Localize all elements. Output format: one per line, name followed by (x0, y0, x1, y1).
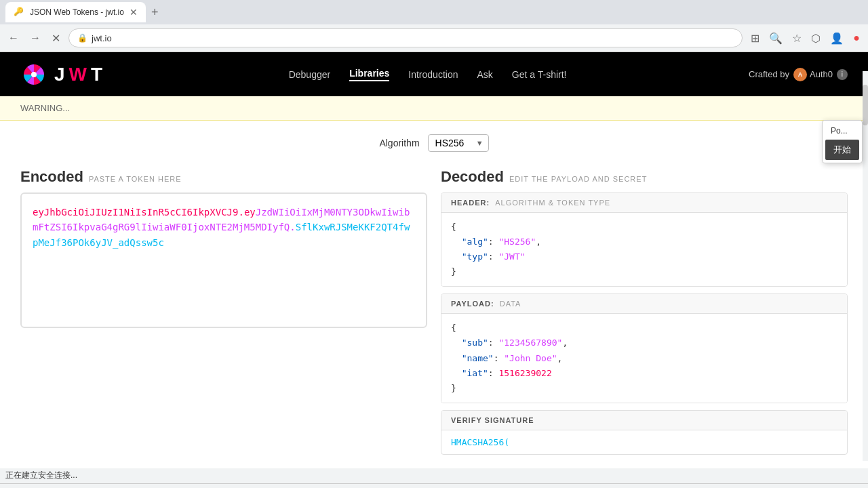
popup-overlay: Po... 开始 (822, 120, 863, 163)
browser-chrome: 🔑 JSON Web Tokens - jwt.io ✕ + ← → ✕ 🔒 j… (0, 0, 868, 52)
payload-iat-line: "iat": 1516239022 (451, 366, 837, 381)
forward-btn[interactable]: → (27, 29, 43, 47)
algorithm-row: Algorithm HS256 HS384 HS512 RS256 ▼ (20, 134, 848, 152)
nav-tshirt[interactable]: Get a T-shirt! (512, 69, 567, 80)
payload-json-open: { (451, 321, 837, 336)
payload-section: PAYLOAD: DATA { "sub": "1234567890", "na… (441, 293, 848, 403)
header-section-header: HEADER: ALGORITHM & TOKEN TYPE (441, 193, 847, 213)
active-tab[interactable]: 🔑 JSON Web Tokens - jwt.io ✕ (5, 2, 146, 22)
svg-point-1 (31, 72, 37, 77)
token-dot2: . (290, 222, 295, 232)
nav-debugger[interactable]: Debugger (289, 69, 331, 80)
decoded-panel: Decoded EDIT THE PAYLOAD AND SECRET HEAD… (441, 168, 848, 455)
verify-header: VERIFY SIGNATURE (441, 411, 847, 430)
main-content: Algorithm HS256 HS384 HS512 RS256 ▼ Enco… (0, 121, 868, 468)
tab-close-btn[interactable]: ✕ (130, 7, 138, 18)
translate-icon[interactable]: ⊞ (748, 29, 762, 47)
status-text: 正在建立安全连接... (5, 470, 77, 481)
header-label: HEADER: (451, 199, 490, 207)
decoded-title: Decoded (441, 168, 504, 186)
address-bar: ← → ✕ 🔒 jwt.io ⊞ 🔍 ☆ ⬡ 👤 ● (0, 24, 868, 52)
tab-bar: 🔑 JSON Web Tokens - jwt.io ✕ + (0, 0, 868, 24)
auth0-logo: A Auth0 (793, 68, 833, 81)
extensions-icon[interactable]: ⬡ (808, 29, 823, 47)
auth0-badge-icon: A (793, 68, 807, 81)
verify-content: HMACSHA256( (451, 437, 509, 447)
warning-banner: WARNING... (0, 96, 868, 121)
page-content: Po... 开始 JWT Debugger Libraries (0, 52, 868, 468)
status-bar: 正在建立安全连接... (0, 468, 868, 483)
nav-ask[interactable]: Ask (477, 69, 492, 80)
payload-name-line: "name": "John Doe", (451, 351, 837, 366)
back-btn[interactable]: ← (5, 29, 22, 47)
encoded-panel-header: Encoded PASTE A TOKEN HERE (20, 168, 427, 186)
info-icon[interactable]: i (837, 69, 848, 80)
payload-json-close: } (451, 381, 837, 396)
address-input[interactable]: 🔒 jwt.io (68, 28, 743, 47)
logo-text: JWT (54, 64, 106, 85)
payload-sublabel: DATA (500, 300, 521, 308)
token-area[interactable]: eyJhbGciOiJIUzI1NiIsInR5cCI6IkpXVCJ9.eyJ… (20, 192, 427, 328)
decoded-subtitle: EDIT THE PAYLOAD AND SECRET (509, 175, 647, 183)
header-typ-line: "typ": "JWT" (451, 249, 837, 264)
encoded-title: Encoded (20, 168, 83, 186)
jwt-logo-icon (20, 61, 47, 88)
nav-introduction[interactable]: Introduction (408, 69, 458, 80)
token-dot1: . (238, 207, 243, 218)
new-tab-btn[interactable]: + (149, 3, 161, 22)
security-icon: 🔒 (77, 33, 87, 43)
tab-favicon: 🔑 (14, 7, 24, 18)
search-icon[interactable]: 🔍 (766, 29, 785, 47)
right-scrollbar[interactable] (863, 71, 868, 461)
download-bar: 🖼 f1673221-efb4-4....jpg ∧ 全部显示 ✕ (0, 483, 868, 488)
scrollbar-thumb[interactable] (863, 85, 868, 125)
algorithm-select-wrapper: HS256 HS384 HS512 RS256 ▼ (428, 134, 489, 152)
warning-text: WARNING... (20, 103, 70, 113)
popup-text: Po... (825, 123, 859, 138)
verify-section: VERIFY SIGNATURE HMACSHA256( (441, 410, 848, 455)
algorithm-select[interactable]: HS256 HS384 HS512 RS256 (428, 134, 489, 152)
url-text: jwt.io (92, 33, 112, 43)
token-part1b: ey (244, 207, 256, 218)
algorithm-label: Algorithm (379, 138, 419, 148)
payload-section-header: PAYLOAD: DATA (441, 294, 847, 314)
logo-area: JWT (20, 61, 106, 88)
header-alg-line: "alg": "HS256", (451, 235, 837, 249)
decoded-panel-header: Decoded EDIT THE PAYLOAD AND SECRET (441, 168, 848, 186)
popup-start-btn[interactable]: 开始 (825, 140, 859, 160)
bookmark-icon[interactable]: ☆ (789, 29, 804, 47)
encoded-subtitle: PASTE A TOKEN HERE (89, 175, 182, 183)
header-json-open: { (451, 220, 837, 235)
payload-label: PAYLOAD: (451, 300, 494, 308)
encoded-panel: Encoded PASTE A TOKEN HERE eyJhbGciOiJIU… (20, 168, 427, 455)
header-sublabel: ALGORITHM & TOKEN TYPE (495, 199, 610, 207)
verify-body[interactable]: HMACSHA256( (441, 430, 847, 454)
crafted-area: Crafted by A Auth0 i (749, 68, 848, 81)
nav-libraries[interactable]: Libraries (349, 68, 389, 81)
header-section-body[interactable]: { "alg": "HS256", "typ": "JWT" } (441, 213, 847, 286)
loading-indicator[interactable]: ✕ (49, 29, 63, 47)
toolbar-icons: ⊞ 🔍 ☆ ⬡ 👤 ● (748, 29, 863, 47)
profile-icon[interactable]: 👤 (827, 29, 846, 47)
nav-links: Debugger Libraries Introduction Ask Get … (289, 68, 567, 81)
auth0-label: Auth0 (810, 69, 833, 79)
token-part1: eyJhbGciOiJIUzI1NiIsInR5cCI6IkpXVCJ9 (33, 207, 238, 218)
menu-icon[interactable]: ● (850, 29, 863, 47)
payload-section-body[interactable]: { "sub": "1234567890", "name": "John Doe… (441, 314, 847, 402)
payload-sub-line: "sub": "1234567890", (451, 336, 837, 350)
navbar: JWT Debugger Libraries Introduction Ask … (0, 52, 868, 96)
header-json-close: } (451, 264, 837, 279)
crafted-by-text: Crafted by (749, 69, 789, 79)
tab-title: JSON Web Tokens - jwt.io (30, 7, 124, 17)
header-section: HEADER: ALGORITHM & TOKEN TYPE { "alg": … (441, 192, 848, 287)
panels: Encoded PASTE A TOKEN HERE eyJhbGciOiJIU… (20, 168, 848, 455)
